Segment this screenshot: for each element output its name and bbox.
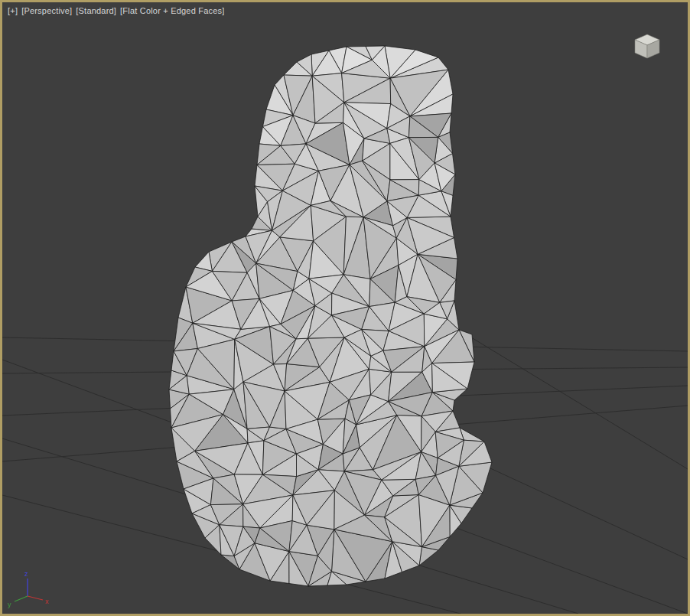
x-axis-line: [28, 596, 43, 600]
viewport[interactable]: z x y [+] [Perspective] [Standard] [Flat…: [0, 0, 690, 616]
viewport-menu-visual-style[interactable]: [Standard]: [76, 6, 116, 16]
viewport-menu-shading[interactable]: [Flat Color + Edged Faces]: [120, 6, 224, 16]
viewcube[interactable]: [635, 34, 659, 58]
x-axis-label: x: [45, 598, 49, 605]
viewport-canvas[interactable]: z x y: [2, 2, 688, 614]
grid-line: [461, 331, 688, 469]
viewport-menu-general[interactable]: [+]: [8, 6, 18, 16]
viewport-menu-pov[interactable]: [Perspective]: [21, 6, 72, 16]
z-axis-label: z: [24, 570, 28, 578]
y-axis-line: [15, 596, 28, 601]
viewport-label: [+] [Perspective] [Standard] [Flat Color…: [8, 6, 224, 16]
rock-mesh[interactable]: [169, 46, 492, 586]
axis-tripod: z x y: [8, 570, 49, 608]
y-axis-label: y: [8, 601, 11, 608]
